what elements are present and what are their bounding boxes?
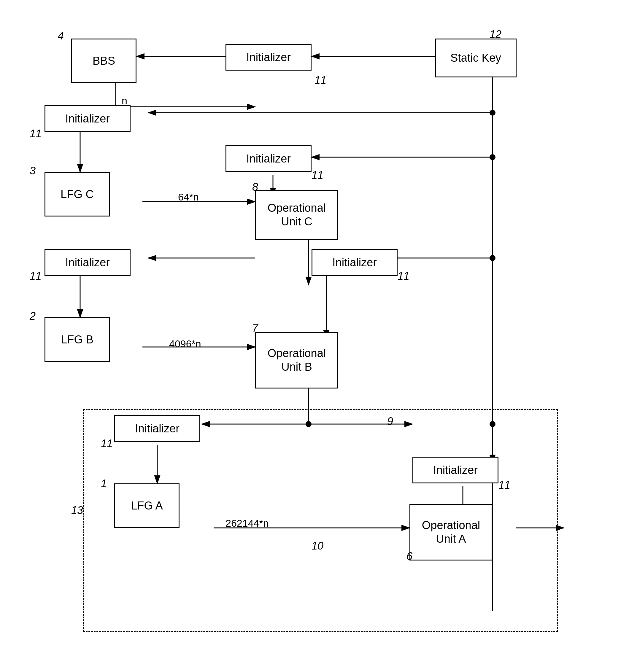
n-label: n bbox=[122, 95, 127, 106]
initializer-opb-id: 11 bbox=[398, 270, 410, 282]
op-unit-b-block: Operational Unit B bbox=[255, 332, 338, 388]
initializer-lfgc-label: Initializer bbox=[65, 113, 110, 125]
lfga-label: LFG A bbox=[131, 499, 163, 512]
initializer-opb-label: Initializer bbox=[332, 256, 377, 269]
262144n-label: 262144*n bbox=[226, 518, 269, 529]
initializer-bbs-label: Initializer bbox=[246, 51, 291, 64]
initializer-opc-block: Initializer bbox=[226, 145, 311, 172]
lfgb-block: LFG B bbox=[45, 317, 110, 362]
initializer-opc-label: Initializer bbox=[246, 152, 291, 165]
initializer-opc-id: 11 bbox=[311, 169, 323, 182]
64n-label: 64*n bbox=[178, 191, 199, 203]
op-unit-c-block: Operational Unit C bbox=[255, 190, 338, 240]
lfga-id: 1 bbox=[101, 477, 107, 490]
lfgb-id: 2 bbox=[30, 310, 36, 322]
static-key-label: Static Key bbox=[450, 52, 501, 64]
initializer-opa-id: 11 bbox=[498, 479, 510, 491]
initializer-opa-label: Initializer bbox=[433, 464, 478, 477]
op-unit-a-block: Operational Unit A bbox=[410, 504, 492, 560]
lfgc-id: 3 bbox=[30, 165, 36, 177]
lfgc-block: LFG C bbox=[45, 172, 110, 216]
static-key-block: Static Key bbox=[435, 39, 516, 77]
initializer-opb-block: Initializer bbox=[311, 249, 398, 276]
initializer-bbs-id: 11 bbox=[314, 74, 326, 87]
initializer-bbs-block: Initializer bbox=[226, 44, 311, 71]
label-10: 10 bbox=[311, 540, 323, 552]
initializer-lfgc-id: 11 bbox=[30, 127, 42, 140]
op-unit-a-group-id: 9 bbox=[387, 415, 393, 428]
initializer-lfga-id: 11 bbox=[101, 437, 113, 450]
initializer-lfga-label: Initializer bbox=[135, 422, 180, 435]
initializer-opa-block: Initializer bbox=[413, 457, 498, 483]
bbs-id: 4 bbox=[58, 30, 64, 42]
static-key-id: 12 bbox=[490, 28, 502, 41]
initializer-lfgc-block: Initializer bbox=[45, 105, 131, 132]
lfga-block: LFG A bbox=[114, 483, 180, 528]
group-id: 13 bbox=[71, 504, 83, 517]
initializer-lfgb-block: Initializer bbox=[45, 249, 131, 276]
initializer-lfga-block: Initializer bbox=[114, 415, 200, 442]
op-unit-b-id: 7 bbox=[252, 322, 258, 334]
diagram: BBS 4 Initializer 11 Static Key 12 n Ini… bbox=[0, 0, 629, 672]
op-unit-a-label: Operational Unit A bbox=[422, 519, 480, 546]
op-unit-a-id: 6 bbox=[406, 550, 413, 562]
op-unit-c-label: Operational Unit C bbox=[267, 201, 326, 229]
initializer-lfgb-id: 11 bbox=[30, 270, 42, 282]
lfgc-label: LFG C bbox=[61, 188, 94, 201]
op-unit-c-id: 8 bbox=[252, 181, 258, 193]
bbs-block: BBS bbox=[71, 39, 137, 83]
op-unit-b-label: Operational Unit B bbox=[267, 347, 326, 374]
bbs-label: BBS bbox=[93, 54, 115, 67]
4096n-label: 4096*n bbox=[169, 338, 201, 350]
lfgb-label: LFG B bbox=[61, 333, 93, 346]
initializer-lfgb-label: Initializer bbox=[65, 256, 110, 269]
